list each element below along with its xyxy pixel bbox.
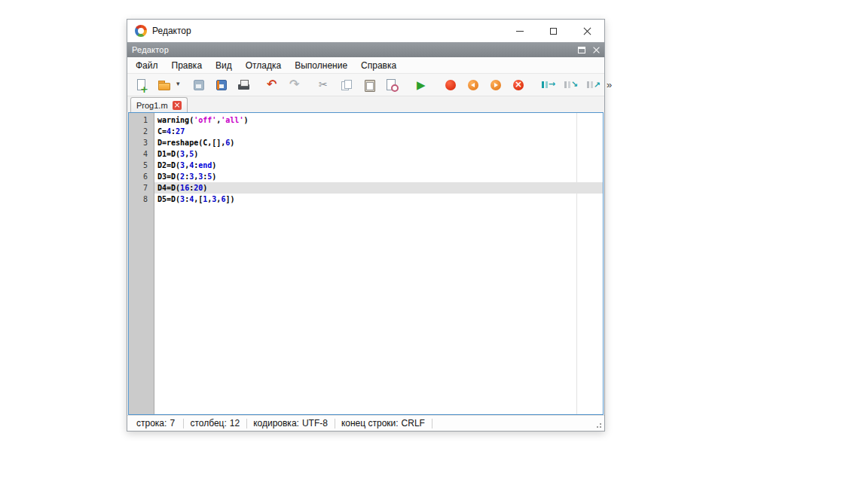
tab-close-button[interactable] bbox=[173, 101, 182, 110]
step-out-button[interactable] bbox=[581, 75, 604, 95]
run-button[interactable] bbox=[411, 75, 433, 95]
menu-bar: ФайлПравкаВидОтладкаВыполнениеСправка bbox=[127, 57, 604, 74]
dock-titlebar[interactable]: Редактор bbox=[127, 42, 604, 57]
step-in-icon bbox=[563, 78, 576, 92]
dock-controls bbox=[578, 47, 600, 53]
save-button[interactable] bbox=[188, 75, 210, 95]
print-button[interactable] bbox=[233, 75, 255, 95]
prev-breakpoint-icon bbox=[466, 78, 480, 92]
code-line-2[interactable]: C=4:27 bbox=[154, 126, 603, 137]
copy-icon bbox=[340, 78, 353, 92]
remove-breakpoints-icon bbox=[512, 78, 525, 92]
code-editor: 12345678 warning('off','all')C=4:27D=res… bbox=[128, 112, 604, 415]
redo-button[interactable] bbox=[284, 75, 307, 95]
undo-icon bbox=[266, 78, 280, 92]
line-number-5[interactable]: 5 bbox=[129, 160, 154, 171]
line-number-8[interactable]: 8 bbox=[129, 194, 154, 205]
dock-float-button[interactable] bbox=[578, 47, 585, 53]
tab-prog1[interactable]: Prog1.m bbox=[130, 97, 188, 112]
gutter[interactable]: 12345678 bbox=[129, 113, 154, 414]
status-separator bbox=[246, 419, 247, 429]
line-number-3[interactable]: 3 bbox=[129, 137, 154, 148]
menu-item-run[interactable]: Выполнение bbox=[288, 58, 354, 73]
line-number-7[interactable]: 7 bbox=[129, 182, 154, 194]
close-button[interactable] bbox=[570, 20, 604, 42]
status-eol-value: CRLF bbox=[402, 418, 432, 429]
step-in-button[interactable] bbox=[558, 75, 581, 95]
status-encoding-label: кодировка: bbox=[249, 418, 302, 429]
code-line-4[interactable]: D1=D(3,5) bbox=[154, 148, 603, 160]
line-number-1[interactable]: 1 bbox=[129, 114, 154, 126]
paste-icon bbox=[362, 78, 376, 92]
octave-logo-icon bbox=[135, 25, 147, 37]
toggle-breakpoint-button[interactable] bbox=[439, 75, 462, 95]
open-icon bbox=[157, 78, 171, 92]
status-encoding-value: UTF-8 bbox=[302, 418, 335, 429]
close-icon bbox=[583, 27, 591, 35]
copy-button[interactable] bbox=[335, 75, 358, 95]
paste-button[interactable] bbox=[358, 75, 381, 95]
prev-breakpoint-button[interactable] bbox=[462, 75, 484, 95]
menu-item-view[interactable]: Вид bbox=[209, 58, 239, 73]
undo-button[interactable] bbox=[261, 75, 284, 95]
step-button[interactable] bbox=[536, 75, 558, 95]
save-icon bbox=[192, 78, 206, 92]
status-column-label: столбец: bbox=[185, 418, 229, 429]
remove-breakpoints-button[interactable] bbox=[507, 75, 530, 95]
print-icon bbox=[237, 78, 251, 92]
dock-close-button[interactable] bbox=[593, 47, 600, 53]
status-separator bbox=[432, 419, 432, 429]
cut-icon bbox=[317, 78, 331, 92]
maximize-icon bbox=[550, 28, 557, 35]
step-out-icon bbox=[585, 78, 599, 92]
new-script-button[interactable] bbox=[130, 75, 153, 95]
status-column-value: 12 bbox=[230, 418, 246, 429]
step-icon bbox=[540, 78, 554, 92]
dock-float-icon bbox=[578, 47, 585, 53]
save-as-button[interactable] bbox=[210, 75, 233, 95]
minimize-button[interactable] bbox=[503, 20, 536, 42]
code-line-1[interactable]: warning('off','all') bbox=[154, 114, 603, 126]
toolbar: » bbox=[127, 74, 604, 96]
menu-item-file[interactable]: Файл bbox=[129, 58, 165, 73]
open-dropdown-button[interactable] bbox=[176, 75, 185, 95]
next-breakpoint-button[interactable] bbox=[484, 75, 507, 95]
line-number-4[interactable]: 4 bbox=[129, 148, 154, 160]
status-eol-label: конец строки: bbox=[337, 418, 402, 429]
menu-item-edit[interactable]: Правка bbox=[165, 58, 209, 73]
code-line-5[interactable]: D2=D(3,4:end) bbox=[154, 160, 603, 171]
save-as-icon bbox=[215, 78, 228, 92]
dock-close-icon bbox=[593, 47, 600, 53]
open-dropdown-icon bbox=[176, 78, 185, 92]
code-line-7[interactable]: D4=D(16:20) bbox=[154, 182, 603, 194]
menu-item-help[interactable]: Справка bbox=[354, 58, 403, 73]
window-titlebar[interactable]: Редактор bbox=[127, 20, 604, 42]
status-line-value: 7 bbox=[170, 418, 183, 429]
line-number-2[interactable]: 2 bbox=[129, 126, 154, 137]
dock-title: Редактор bbox=[132, 45, 169, 54]
find-icon bbox=[385, 78, 399, 92]
menu-item-debug[interactable]: Отладка bbox=[239, 58, 288, 73]
open-button[interactable] bbox=[153, 75, 176, 95]
toolbar-overflow-button[interactable]: » bbox=[604, 78, 615, 92]
cut-button[interactable] bbox=[313, 75, 335, 95]
code-lines[interactable]: warning('off','all')C=4:27D=reshape(C,[]… bbox=[154, 113, 603, 414]
redo-icon bbox=[289, 78, 302, 92]
new-script-icon bbox=[135, 78, 148, 92]
tab-label: Prog1.m bbox=[136, 101, 168, 110]
code-line-6[interactable]: D3=D(2:3,3:5) bbox=[154, 171, 603, 182]
code-line-3[interactable]: D=reshape(C,[],6) bbox=[154, 137, 603, 148]
next-breakpoint-icon bbox=[489, 78, 503, 92]
window-controls bbox=[503, 20, 604, 42]
code-line-8[interactable]: D5=D(3:4,[1,3,6]) bbox=[154, 194, 603, 205]
line-number-6[interactable]: 6 bbox=[129, 171, 154, 182]
resize-grip-icon[interactable] bbox=[594, 420, 601, 428]
find-button[interactable] bbox=[381, 75, 403, 95]
status-separator bbox=[183, 419, 184, 429]
status-bar: строка:7столбец:12кодировка:UTF-8конец с… bbox=[127, 415, 604, 431]
status-separator bbox=[335, 419, 335, 429]
statusbar-fields: строка:7столбец:12кодировка:UTF-8конец с… bbox=[132, 418, 434, 429]
minimize-icon bbox=[516, 31, 524, 32]
tab-bar: Prog1.m bbox=[127, 96, 604, 112]
maximize-button[interactable] bbox=[536, 20, 570, 42]
